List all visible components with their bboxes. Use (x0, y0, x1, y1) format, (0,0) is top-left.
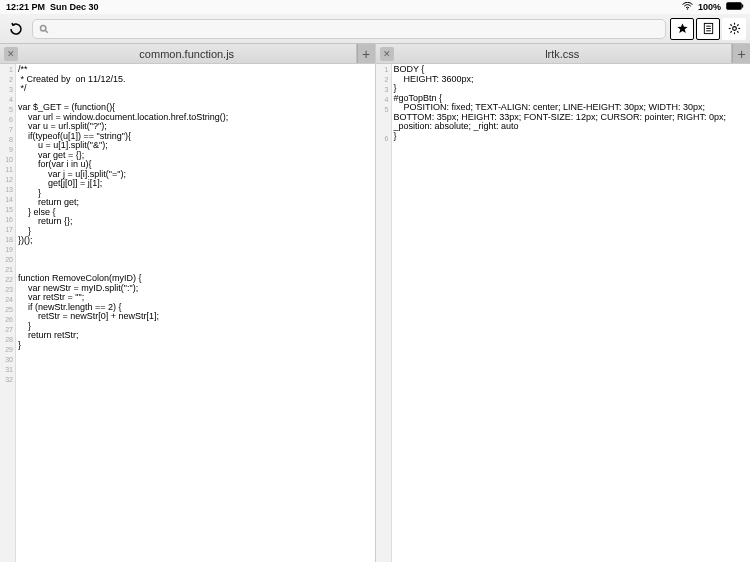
svg-rect-1 (727, 3, 742, 10)
line-number: 21 (0, 265, 13, 275)
line-number: 1 (376, 65, 389, 75)
status-battery: 100% (698, 2, 721, 12)
line-number: 22 (0, 275, 13, 285)
line-number: 24 (0, 295, 13, 305)
code-content[interactable]: BODY { HEIGHT: 3600px;}#goTopBtn { POSIT… (392, 64, 751, 562)
new-tab-button[interactable]: + (357, 44, 375, 63)
line-number: 12 (0, 175, 13, 185)
status-date: Sun Dec 30 (50, 2, 99, 12)
new-tab-button[interactable]: + (732, 44, 750, 63)
line-number: 1 (0, 65, 13, 75)
svg-point-10 (732, 27, 736, 31)
svg-line-18 (737, 24, 738, 25)
tab-close-button[interactable]: ✕ (4, 47, 18, 61)
status-time: 12:21 PM (6, 2, 45, 12)
status-bar: 12:21 PM Sun Dec 30 100% (0, 0, 750, 14)
line-number: 20 (0, 255, 13, 265)
svg-line-4 (45, 30, 48, 33)
code-line[interactable]: } (394, 132, 749, 142)
line-number: 5 (376, 105, 389, 134)
svg-point-0 (687, 8, 688, 9)
line-number: 16 (0, 215, 13, 225)
line-number: 30 (0, 355, 13, 365)
code-line[interactable]: return get; (18, 198, 373, 208)
code-line[interactable] (18, 350, 373, 360)
file-tab[interactable]: ✕ common.function.js (0, 44, 357, 63)
svg-rect-2 (742, 4, 743, 7)
tab-bar: ✕ common.function.js + (0, 44, 375, 64)
refresh-button[interactable] (4, 18, 28, 40)
line-number: 32 (0, 375, 13, 385)
settings-button[interactable] (722, 18, 746, 40)
favorites-button[interactable] (670, 18, 694, 40)
line-number: 9 (0, 145, 13, 155)
code-line[interactable]: HEIGHT: 3600px; (394, 75, 749, 85)
svg-line-17 (730, 31, 731, 32)
line-number-gutter: 1234567891011121314151617181920212223242… (0, 64, 16, 562)
search-input[interactable] (32, 19, 666, 39)
code-line[interactable]: } (394, 84, 749, 94)
search-icon (39, 24, 49, 34)
toolbar (0, 14, 750, 44)
editor-pane-right: ✕ lrtk.css + 123456 BODY { HEIGHT: 3600p… (376, 44, 751, 562)
line-number-gutter: 123456 (376, 64, 392, 562)
svg-line-16 (737, 31, 738, 32)
line-number: 23 (0, 285, 13, 295)
document-button[interactable] (696, 18, 720, 40)
code-line[interactable] (18, 246, 373, 256)
editor-pane-left: ✕ common.function.js + 12345678910111213… (0, 44, 376, 562)
code-line[interactable]: get[j[0]] = j[1]; (18, 179, 373, 189)
code-editor[interactable]: 123456 BODY { HEIGHT: 3600px;}#goTopBtn … (376, 64, 751, 562)
line-number: 3 (376, 85, 389, 95)
file-tab[interactable]: ✕ lrtk.css (376, 44, 733, 63)
tab-title: lrtk.css (394, 48, 732, 60)
code-line[interactable] (18, 360, 373, 370)
line-number: 13 (0, 185, 13, 195)
line-number: 8 (0, 135, 13, 145)
line-number: 19 (0, 245, 13, 255)
line-number: 11 (0, 165, 13, 175)
code-editor[interactable]: 1234567891011121314151617181920212223242… (0, 64, 375, 562)
line-number: 26 (0, 315, 13, 325)
code-line[interactable]: * Created by on 11/12/15. (18, 75, 373, 85)
line-number: 31 (0, 365, 13, 375)
line-number: 27 (0, 325, 13, 335)
wifi-icon (682, 2, 693, 12)
code-line[interactable]: } (18, 227, 373, 237)
battery-icon (726, 2, 744, 12)
code-content[interactable]: /** * Created by on 11/12/15. */var $_GE… (16, 64, 375, 562)
line-number: 7 (0, 125, 13, 135)
editor-split: ✕ common.function.js + 12345678910111213… (0, 44, 750, 562)
line-number: 17 (0, 225, 13, 235)
line-number: 4 (0, 95, 13, 105)
code-line[interactable]: retStr = newStr[0] + newStr[1]; (18, 312, 373, 322)
svg-marker-5 (677, 23, 687, 33)
svg-line-15 (730, 24, 731, 25)
line-number: 18 (0, 235, 13, 245)
line-number: 10 (0, 155, 13, 165)
line-number: 6 (0, 115, 13, 125)
line-number: 6 (376, 134, 389, 144)
line-number: 5 (0, 105, 13, 115)
line-number: 2 (376, 75, 389, 85)
line-number: 3 (0, 85, 13, 95)
tab-bar: ✕ lrtk.css + (376, 44, 751, 64)
line-number: 15 (0, 205, 13, 215)
code-line[interactable]: } (18, 341, 373, 351)
line-number: 4 (376, 95, 389, 105)
svg-point-3 (41, 25, 46, 30)
code-line[interactable]: POSITION: fixed; TEXT-ALIGN: center; LIN… (394, 103, 749, 132)
line-number: 2 (0, 75, 13, 85)
code-line[interactable]: })(); (18, 236, 373, 246)
line-number: 25 (0, 305, 13, 315)
tab-title: common.function.js (18, 48, 356, 60)
tab-close-button[interactable]: ✕ (380, 47, 394, 61)
line-number: 14 (0, 195, 13, 205)
code-line[interactable] (18, 255, 373, 265)
line-number: 28 (0, 335, 13, 345)
code-line[interactable]: */ (18, 84, 373, 94)
line-number: 29 (0, 345, 13, 355)
code-line[interactable]: return retStr; (18, 331, 373, 341)
code-line[interactable]: return {}; (18, 217, 373, 227)
